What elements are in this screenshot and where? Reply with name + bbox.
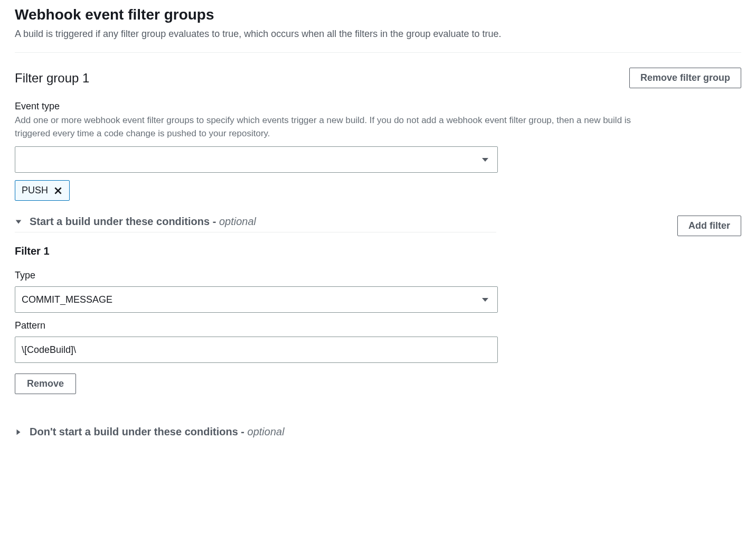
svg-marker-1	[16, 220, 22, 223]
remove-filter-group-button[interactable]: Remove filter group	[629, 68, 741, 88]
remove-filter-button[interactable]: Remove	[15, 374, 76, 394]
page-description: A build is triggered if any filter group…	[15, 27, 741, 41]
remove-tag-icon[interactable]	[53, 186, 63, 195]
dont-start-conditions-title: Don't start a build under these conditio…	[30, 426, 285, 438]
page-title: Webhook event filter groups	[15, 6, 741, 23]
event-type-select[interactable]	[15, 146, 498, 173]
dont-start-conditions-toggle[interactable]: Don't start a build under these conditio…	[15, 426, 741, 438]
filter-pattern-label: Pattern	[15, 320, 741, 331]
add-filter-button[interactable]: Add filter	[677, 216, 741, 236]
start-conditions-title: Start a build under these conditions - o…	[30, 216, 256, 228]
filter-type-label: Type	[15, 270, 741, 281]
filter-type-select[interactable]: COMMIT_MESSAGE	[15, 286, 498, 313]
svg-marker-3	[17, 430, 21, 435]
event-type-help: Add one or more webhook event filter gro…	[15, 114, 654, 140]
start-conditions-toggle[interactable]: Start a build under these conditions - o…	[15, 216, 496, 232]
filter-pattern-input[interactable]	[15, 337, 498, 363]
caret-right-icon	[15, 428, 22, 436]
caret-down-icon	[15, 218, 22, 226]
event-type-tag-label: PUSH	[22, 185, 48, 196]
filter-group-title: Filter group 1	[15, 71, 89, 86]
event-type-label: Event type	[15, 101, 741, 112]
event-type-tag: PUSH	[15, 180, 70, 201]
filter-heading: Filter 1	[15, 245, 741, 257]
